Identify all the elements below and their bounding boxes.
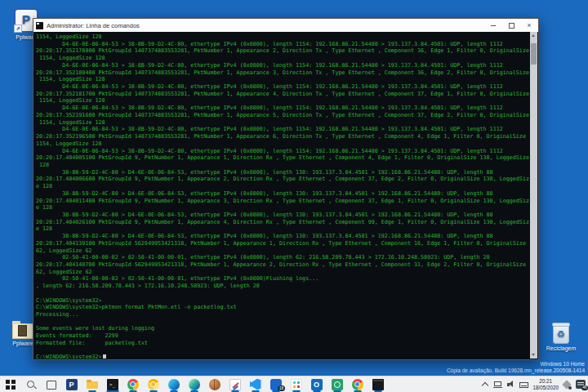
search-icon [25, 379, 37, 390]
task-view-button[interactable] [41, 376, 61, 392]
volume-icon[interactable] [506, 380, 515, 390]
orange-ball-icon [209, 379, 220, 390]
console-line: D4-6E-0E-06-84-53 > 38-8B-59-D2-4C-80, e… [36, 148, 528, 155]
network-icon[interactable] [493, 380, 502, 390]
vscode-button[interactable] [245, 376, 265, 392]
console-line: 38-8B-59-D2-4C-80 > D4-6E-0E-06-84-53, e… [36, 233, 528, 240]
edge-dev-icon [189, 379, 200, 390]
black-window-app-button[interactable] [368, 376, 388, 392]
chevron-up-icon[interactable] [480, 380, 489, 390]
phone-app-badge: 18 [278, 385, 285, 391]
folder-icon [12, 323, 33, 339]
console-line: 1154, LoggedSize 128 [36, 140, 528, 148]
console-line: 20:20:17.404026100 PktGroupId 9, PktNumb… [36, 219, 528, 226]
console-line: Formatted file: packetlog.txt [36, 340, 528, 347]
console-line: C:\WINDOWS\system32>pktmon format PktMon… [36, 304, 528, 311]
console-line: Some events were lost during logging [36, 325, 528, 332]
outlook-button[interactable] [306, 376, 327, 392]
folder-icon [87, 379, 98, 390]
terminal-icon [107, 379, 118, 390]
pen-app-button[interactable] [225, 376, 245, 392]
pplware-app-button[interactable] [61, 376, 82, 392]
vscode-icon [250, 379, 261, 390]
console-line: 1154, LoggedSize 128 [36, 55, 528, 62]
console-line: 20:20:17.352178000 PktGroupId 1407374883… [36, 47, 528, 55]
console-line: 128 [36, 162, 528, 169]
start-button[interactable] [0, 376, 20, 392]
console-scrollbar[interactable] [530, 32, 537, 359]
edge-dev-button[interactable] [184, 376, 204, 392]
watermark-build: Cópia de avaliação. Build 19628.mn_relea… [447, 368, 585, 374]
notification-count-badge: 46 [581, 385, 588, 391]
chrome-canary-icon [148, 379, 159, 390]
console-line: 62, LoggedSize 62 [36, 247, 528, 255]
window-controls [484, 19, 538, 32]
phone-app-button[interactable]: 18 [265, 376, 286, 392]
chromium-button[interactable] [347, 376, 368, 392]
command-prompt-button[interactable] [102, 376, 122, 392]
clock-time: 20:21 [532, 378, 559, 385]
console-line: 20:20:17.352196500 PktGroupId 1407374883… [36, 133, 528, 140]
green-app-button[interactable] [327, 376, 347, 392]
console-line [36, 318, 528, 326]
console-line: D4-6E-0E-06-84-53 > 38-8B-59-D2-4C-80, e… [36, 62, 528, 69]
chrome-canary-button[interactable] [143, 376, 163, 392]
console-line: 1154, LoggedSize 128 [36, 97, 528, 105]
console-cursor [103, 354, 106, 359]
edge-button[interactable] [163, 376, 184, 392]
console-line: e 128 [36, 204, 528, 212]
chrome-button[interactable] [122, 376, 143, 392]
console-body[interactable]: 1154, LoggedSize 128 D4-6E-0E-06-84-53 >… [34, 32, 537, 359]
console-line: , length 62: 216.58.209.78.443 > 172.16.… [36, 283, 528, 290]
console-line: 20:20:17.352181700 PktGroupId 1407374883… [36, 91, 528, 98]
console-line: 02-50-41-00-00-02 > 02-50-41-00-00-01, e… [36, 275, 528, 283]
taskbar: 18 20:21 18/05/2020 46 [0, 376, 588, 392]
touch-keyboard-icon[interactable] [519, 380, 528, 390]
console-line: 38-8B-59-D2-4C-80 > D4-6E-0E-06-84-53, e… [36, 190, 528, 198]
desktop-icon-recycle-bin[interactable]: ♻ Reciclagem [538, 324, 584, 351]
console-line: 20:20:17.404139100 PktGroupId 5629499534… [36, 240, 528, 247]
console-line: 20:20:17.404006600 PktGroupId 9, PktNumb… [36, 176, 528, 183]
search-button[interactable] [20, 376, 41, 392]
console-line: 38-8B-59-D2-4C-80 > D4-6E-0E-06-84-53, e… [36, 169, 528, 176]
console-line: 20:20:17.404011400 PktGroupId 9, PktNumb… [36, 198, 528, 205]
console-line: 1154, LoggedSize 128 [36, 76, 528, 83]
ink-workspace-icon[interactable] [563, 380, 572, 390]
recycle-bin-icon: ♻ [553, 324, 569, 344]
maximize-button[interactable] [502, 19, 520, 32]
action-center[interactable]: 46 [576, 380, 586, 389]
console-line: 20:20:17.352180400 PktGroupId 1407374883… [36, 69, 528, 77]
console-line: e 128 [36, 183, 528, 190]
edge-icon [168, 379, 180, 390]
slack-icon [291, 379, 302, 390]
pplware-icon [66, 379, 78, 390]
window-title: Administrator: Linha de comandos [47, 22, 484, 29]
windows-watermark: Windows 10 Home Cópia de avaliação. Buil… [447, 361, 585, 374]
console-line [36, 290, 528, 297]
console-line: 38-8B-59-D2-4C-80 > D4-6E-0E-06-84-53, e… [36, 212, 528, 219]
console-line: D4-6E-0E-06-84-53 > 38-8B-59-D2-4C-80, e… [36, 83, 528, 91]
console-line: D4-6E-0E-06-84-53 > 38-8B-59-D2-4C-80, e… [36, 41, 528, 48]
pen-document-icon [229, 379, 241, 390]
close-button[interactable] [520, 19, 538, 32]
slack-button[interactable] [286, 376, 306, 392]
chrome-icon [127, 379, 139, 390]
console-line: 1154, LoggedSize 128 [36, 33, 528, 41]
system-tray: 20:21 18/05/2020 46 [480, 376, 588, 392]
desktop-icon-label: Reciclagem [546, 345, 577, 351]
minimize-button[interactable] [484, 19, 502, 32]
file-explorer-button[interactable] [82, 376, 102, 392]
console-line: 1154, LoggedSize 128 [36, 119, 528, 127]
console-line: 20:20:17.404005100 PktGroupId 9, PktNumb… [36, 154, 528, 162]
windows-logo-icon [5, 379, 16, 390]
scrollbar-thumb[interactable] [531, 43, 537, 65]
taskbar-apps: 18 [0, 376, 388, 392]
window-titlebar[interactable]: Administrator: Linha de comandos [33, 19, 538, 32]
outlook-icon [311, 379, 323, 390]
scroll-up-icon[interactable] [530, 32, 537, 39]
clock-date: 18/05/2020 [532, 385, 559, 391]
orange-ball-app-button[interactable] [204, 376, 225, 392]
scroll-down-icon[interactable] [530, 351, 537, 359]
taskbar-clock[interactable]: 20:21 18/05/2020 [532, 378, 559, 390]
task-view-icon [46, 379, 57, 390]
